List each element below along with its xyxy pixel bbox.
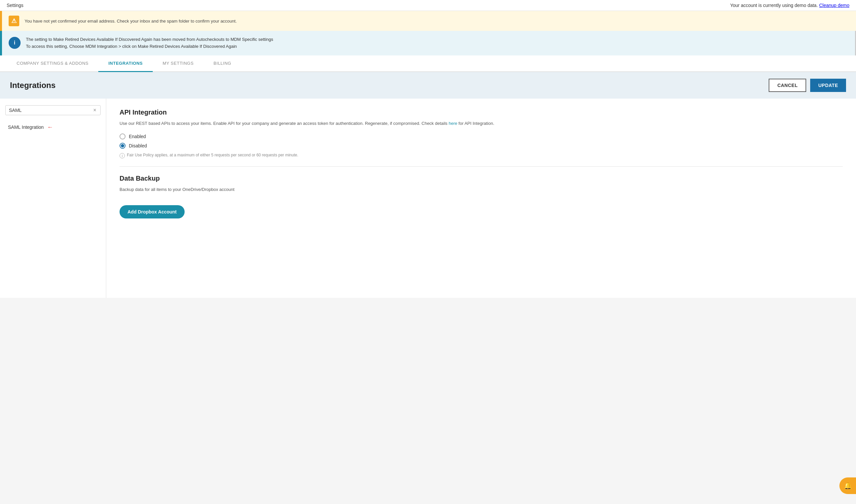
info-line1: The setting to Make Retired Devices Avai… [26,36,273,43]
info-line2: To access this setting, Choose MDM Integ… [26,43,273,50]
radio-disabled-label: Disabled [129,143,147,148]
sidebar: × SAML Integration ← [0,98,106,298]
header-buttons: CANCEL UPDATE [769,79,846,92]
info-banner: i The setting to Make Retired Devices Av… [0,31,856,55]
add-dropbox-button[interactable]: Add Dropbox Account [120,205,184,218]
search-box: × [5,105,101,115]
demo-notice: Your account is currently using demo dat… [730,3,849,8]
radio-enabled-btn[interactable] [120,133,125,140]
radio-enabled[interactable]: Enabled [120,133,843,140]
page-title: Integrations [10,81,55,90]
info-text: The setting to Make Retired Devices Avai… [26,36,273,50]
api-radio-group: Enabled Disabled [120,133,843,149]
sidebar-item-label: SAML Integration [8,125,44,130]
top-bar: Settings Your account is currently using… [0,0,856,11]
main-content: × SAML Integration ← API Integration Use… [0,98,856,298]
search-input[interactable] [9,108,93,113]
radio-enabled-label: Enabled [129,134,146,139]
radio-disabled-btn[interactable] [120,143,125,149]
cancel-button[interactable]: CANCEL [769,79,806,92]
api-integration-title: API Integration [120,109,843,116]
radio-disabled[interactable]: Disabled [120,143,843,149]
cleanup-link[interactable]: Cleanup demo [819,3,849,8]
api-integration-desc: Use our REST based APIs to access your i… [120,120,843,127]
fair-use-text: Fair Use Policy applies, at a maximum of… [127,153,298,157]
fair-use-notice: i Fair Use Policy applies, at a maximum … [120,153,843,158]
nav-tabs: COMPANY SETTINGS & ADDONS INTEGRATIONS M… [0,55,856,72]
arrow-icon: ← [47,124,53,131]
tab-my-settings[interactable]: MY SETTINGS [153,55,203,72]
warning-text: You have not yet confirmed your email ad… [24,19,237,23]
search-clear-icon[interactable]: × [93,108,97,113]
settings-label: Settings [7,3,23,8]
warning-banner: ⚠ You have not yet confirmed your email … [0,11,856,31]
tab-integrations[interactable]: INTEGRATIONS [98,55,153,72]
api-integration-section: API Integration Use our REST based APIs … [120,109,843,159]
tab-company-settings[interactable]: COMPANY SETTINGS & ADDONS [7,55,98,72]
update-button[interactable]: UPDATE [810,79,846,92]
fair-use-icon: i [120,153,125,158]
warning-icon: ⚠ [8,16,19,26]
data-backup-section: Data Backup Backup data for all items to… [120,175,843,218]
api-here-link[interactable]: here [449,121,457,126]
tab-billing[interactable]: BILLING [203,55,241,72]
page-header: Integrations CANCEL UPDATE [0,72,856,98]
info-icon: i [8,37,21,49]
content-area: API Integration Use our REST based APIs … [106,98,856,298]
section-divider [120,166,843,167]
data-backup-desc: Backup data for all items to your OneDri… [120,186,843,193]
sidebar-item-saml[interactable]: SAML Integration ← [5,121,101,134]
data-backup-title: Data Backup [120,175,843,182]
